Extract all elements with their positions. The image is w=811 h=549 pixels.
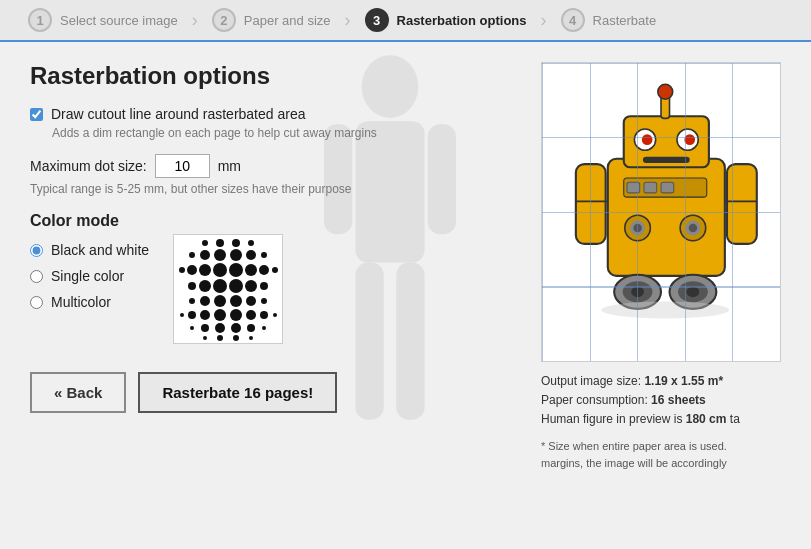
rasterbate-button[interactable]: Rasterbate 16 pages!	[138, 372, 337, 413]
dot-cell	[245, 249, 257, 261]
dot-cell	[213, 295, 227, 307]
dot	[230, 295, 242, 307]
dot-cell	[199, 309, 211, 321]
svg-point-13	[642, 134, 653, 145]
radio-single-label: Single color	[51, 268, 124, 284]
dot	[202, 240, 208, 246]
dot	[233, 335, 239, 341]
dot	[246, 310, 256, 320]
dot	[247, 324, 255, 332]
dot-cell	[229, 239, 243, 247]
dot-cell	[229, 279, 243, 293]
cutout-checkbox[interactable]	[30, 108, 43, 121]
dot-size-row: Maximum dot size: mm	[30, 154, 521, 178]
dot-cell	[259, 249, 269, 261]
step-number-4: 4	[561, 8, 585, 32]
dot-cell	[245, 295, 257, 307]
radio-bw[interactable]: Black and white	[30, 242, 149, 258]
left-panel: Rasterbation options Draw cutout line ar…	[30, 62, 521, 473]
dot-cell	[271, 239, 278, 247]
dot-cell	[199, 239, 211, 247]
dot-cell	[199, 323, 211, 333]
dot-cell	[213, 279, 227, 293]
svg-point-36	[601, 301, 729, 318]
cutout-label[interactable]: Draw cutout line around rasterbated area	[51, 106, 305, 122]
radio-multi-input[interactable]	[30, 296, 43, 309]
dot-cell	[245, 309, 257, 321]
dot-cell	[187, 295, 197, 307]
dot-cell	[229, 309, 243, 321]
dot	[188, 282, 196, 290]
dot	[179, 267, 185, 273]
dot	[189, 252, 195, 258]
page-title: Rasterbation options	[30, 62, 521, 90]
output-size-line: Output image size: 1.19 x 1.55 m*	[541, 372, 781, 391]
dot-cell	[178, 239, 185, 247]
dot-cell	[271, 309, 278, 321]
wizard-step-1[interactable]: 1 Select source image	[10, 8, 196, 32]
radio-single-input[interactable]	[30, 270, 43, 283]
dot	[273, 313, 277, 317]
step-number-1: 1	[28, 8, 52, 32]
dot-cell	[178, 309, 185, 321]
step-label-3: Rasterbation options	[397, 13, 527, 28]
wizard-step-3[interactable]: 3 Rasterbation options	[347, 8, 545, 32]
radio-multi-label: Multicolor	[51, 294, 111, 310]
dot	[246, 296, 256, 306]
dot-cell	[245, 263, 257, 277]
dot-cell	[229, 335, 243, 341]
dot-cell	[271, 323, 278, 333]
dot	[231, 323, 241, 333]
wizard-step-2[interactable]: 2 Paper and size	[194, 8, 349, 32]
dot-cell	[213, 323, 227, 333]
dot-cell	[187, 335, 197, 341]
dot-size-label: Maximum dot size:	[30, 158, 147, 174]
dot-cell	[245, 279, 257, 293]
svg-rect-26	[576, 164, 606, 244]
dot	[216, 239, 224, 247]
radio-single[interactable]: Single color	[30, 268, 149, 284]
dot	[213, 279, 227, 293]
dot-cell	[178, 295, 185, 307]
dot	[245, 280, 257, 292]
dot	[200, 310, 210, 320]
radio-bw-label: Black and white	[51, 242, 149, 258]
dot-cell	[229, 295, 243, 307]
dot-cell	[245, 323, 257, 333]
cutout-hint: Adds a dim rectangle on each page to hel…	[52, 126, 521, 140]
dot	[187, 265, 197, 275]
back-button[interactable]: « Back	[30, 372, 126, 413]
svg-rect-18	[644, 182, 657, 193]
wizard-step-4[interactable]: 4 Rasterbate	[543, 8, 675, 32]
dot-cell	[178, 335, 185, 341]
dot	[260, 282, 268, 290]
step-label-4: Rasterbate	[593, 13, 657, 28]
dot-size-input[interactable]	[155, 154, 210, 178]
dot-cell	[187, 239, 197, 247]
dot-cell	[245, 239, 257, 247]
dot	[203, 336, 207, 340]
step-number-2: 2	[212, 8, 236, 32]
dot	[214, 295, 226, 307]
dot	[249, 336, 253, 340]
radio-multi[interactable]: Multicolor	[30, 294, 149, 310]
radio-bw-input[interactable]	[30, 244, 43, 257]
svg-rect-19	[661, 182, 674, 193]
color-mode-title: Color mode	[30, 212, 521, 230]
dot-size-unit: mm	[218, 158, 241, 174]
output-note-line2: margins, the image will be accordingly	[541, 457, 727, 469]
dot-cell	[213, 335, 227, 341]
dot-cell	[213, 249, 227, 261]
dot-size-hint: Typical range is 5-25 mm, but other size…	[30, 182, 521, 196]
dot-cell	[199, 335, 211, 341]
dot-cell	[187, 279, 197, 293]
dot	[230, 249, 242, 261]
dot-cell	[199, 279, 211, 293]
dot-cell	[187, 263, 197, 277]
dot-cell	[259, 239, 269, 247]
dot	[214, 249, 226, 261]
dot	[189, 298, 195, 304]
dot-cell	[259, 323, 269, 333]
dot	[259, 265, 269, 275]
dot	[200, 250, 210, 260]
